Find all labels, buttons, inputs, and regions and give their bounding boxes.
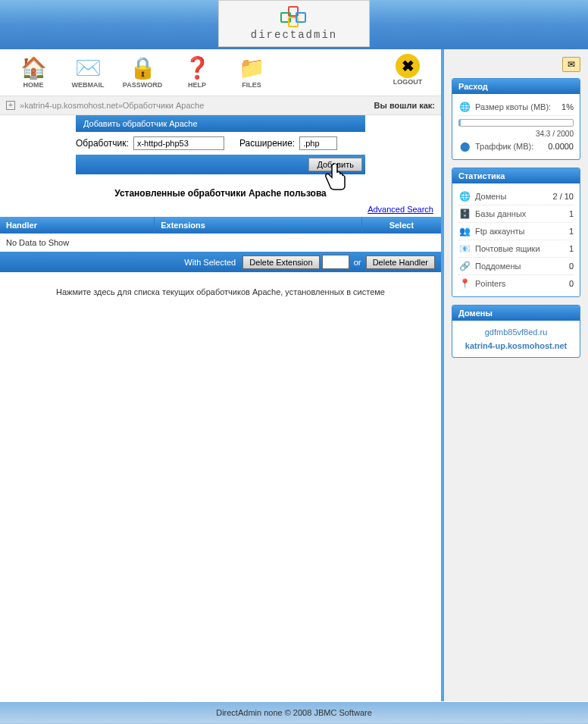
stats-panel: Статистика 🌐Домены2 / 10🗄️Базы данных1👥F… [452,168,580,297]
logged-in-as: Вы вошли как: [374,101,436,110]
with-selected-label: With Selected [184,258,236,267]
expand-icon[interactable]: + [6,101,15,110]
envelope-check-icon: ✉ [568,59,575,70]
usage-panel: Расход 🌐 Размер квоты (MB): 1% 34.3 / 20… [452,78,580,160]
usage-title: Расход [452,79,580,94]
nav-label: HOME [23,81,44,89]
handler-label: Обработчик: [76,138,129,149]
nav-label: FILES [242,81,261,89]
stat-label: Pointers [475,279,569,288]
domains-title: Домены [452,306,580,321]
stat-icon: 🗄️ [458,208,471,220]
stat-val: 0 [569,262,574,271]
quota-pct: 1% [561,102,574,111]
stat-icon: 🔗 [458,260,471,272]
stat-val: 1 [569,227,574,236]
stat-label: Поддомены [475,262,569,271]
delete-extension-button[interactable]: Delete Extension [242,255,319,269]
domain-link[interactable]: katrin4-up.kosmohost.net [458,339,574,353]
breadcrumb: + » katrin4-up.kosmohost.net » Обработчи… [0,96,441,115]
lock-icon: 🔒 [128,54,157,81]
section-subtitle: Установленные обработчики Apache пользов… [0,174,441,205]
logout-icon: ✖ [396,54,420,78]
stat-row[interactable]: 📍Pointers0 [458,275,574,292]
stat-label: Ftp аккаунты [475,227,569,236]
col-select[interactable]: Select [361,217,441,233]
stat-label: Базы данных [475,209,569,218]
handler-input[interactable] [133,136,224,150]
stat-icon: 👥 [458,225,471,237]
stat-row[interactable]: 🗄️Базы данных1 [458,205,574,223]
extension-label: Расширение: [239,138,295,149]
stat-icon: 📍 [458,277,471,290]
logo: directadmin [218,0,370,47]
delete-handler-button[interactable]: Delete Handler [366,255,435,269]
disk-icon: ⬤ [458,140,471,152]
footer: DirectAdmin none © 2008 JBMC Software [0,701,588,723]
add-button[interactable]: Добавить [308,158,362,171]
nav-files[interactable]: 📁 FILES [224,51,279,89]
globe-icon: 🌐 [458,101,471,113]
mail-icon: ✉️ [74,54,102,81]
home-icon: 🏠 [19,54,48,81]
domain-link[interactable]: gdfmb85vf8ed.ru [458,325,574,339]
nav-webmail[interactable]: ✉️ WEBMAIL [61,51,115,89]
stat-label: Домены [475,192,552,201]
nav-label: WEBMAIL [72,81,105,89]
stat-val: 0 [569,279,574,288]
stats-title: Статистика [452,168,580,183]
stat-row[interactable]: 👥Ftp аккаунты1 [458,223,574,240]
stat-label: Почтовые ящики [475,244,569,253]
stat-val: 1 [569,209,574,218]
stat-row[interactable]: 📧Почтовые ящики1 [458,240,574,258]
empty-row: No Data to Show [0,233,441,252]
nav-label: PASSWORD [123,81,162,89]
extension-filter-input[interactable] [322,255,349,269]
handlers-table: Handler Extensions Select No Data to Sho… [0,217,441,272]
quota-label: Размер квоты (MB): [475,102,561,111]
files-icon: 📁 [237,54,266,81]
nav-help[interactable]: ❓ HELP [170,51,224,89]
extension-input[interactable] [299,136,337,150]
advanced-search-link[interactable]: Advanced Search [368,205,433,214]
quota-progress [458,119,574,127]
nav-label: HELP [188,81,206,89]
stat-icon: 🌐 [458,190,471,202]
col-extensions[interactable]: Extensions [155,217,362,233]
stat-icon: 📧 [458,243,471,255]
nav-logout[interactable]: ✖ LOGOUT [380,51,435,86]
brand-text: directadmin [251,29,337,41]
breadcrumb-host[interactable]: katrin4-up.kosmohost.net [24,101,118,110]
help-icon: ❓ [183,54,211,81]
nav-password[interactable]: 🔒 PASSWORD [115,51,170,89]
traffic-val: 0.0000 [548,142,574,151]
col-handler[interactable]: Handler [0,217,155,233]
system-handlers-link[interactable]: Нажмите здесь для списка текущих обработ… [56,287,385,296]
nav-label: LOGOUT [393,78,423,86]
stat-val: 1 [569,244,574,253]
messages-button[interactable]: ✉ [562,57,580,72]
traffic-label: Траффик (MB): [475,142,548,151]
nav-home[interactable]: 🏠 HOME [6,51,61,89]
stat-val: 2 / 10 [552,192,574,201]
breadcrumb-page: Обработчики Apache [123,101,205,110]
form-title: Добавить обработчик Apache [76,115,365,132]
domains-panel: Домены gdfmb85vf8ed.rukatrin4-up.kosmoho… [452,305,580,358]
logo-icon [280,6,308,27]
stat-row[interactable]: 🌐Домены2 / 10 [458,188,574,205]
header-band: directadmin [0,0,588,49]
or-label: or [354,258,361,267]
toolbar: 🏠 HOME ✉️ WEBMAIL 🔒 PASSWORD ❓ HELP 📁 [0,49,441,96]
stat-row[interactable]: 🔗Поддомены0 [458,258,574,275]
quota-text: 34.3 / 2000 [458,130,574,138]
